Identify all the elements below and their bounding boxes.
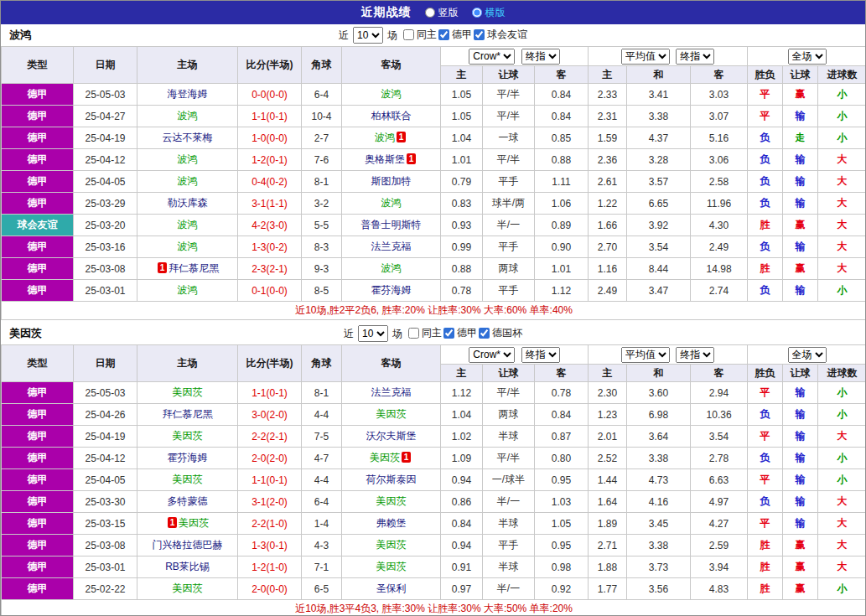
home-team-cell: 波鸿: [137, 171, 238, 193]
euro-draw-odds-cell: 3.56: [627, 578, 691, 600]
final-odds-select[interactable]: 终指: [676, 49, 714, 65]
result-wdl-cell: 负: [748, 127, 783, 149]
away-team-cell: 美因茨: [342, 556, 441, 578]
team-link[interactable]: 拜仁慕尼黑: [169, 262, 219, 274]
handicap-line-cell: 半/一: [483, 491, 535, 513]
team-link[interactable]: 美因茨: [376, 561, 407, 572]
team-link[interactable]: 美因茨: [173, 430, 203, 442]
team-link[interactable]: 普鲁士明斯特: [361, 219, 422, 230]
filter-同主[interactable]: 同主: [407, 326, 442, 340]
team-link[interactable]: 法兰克福: [371, 241, 412, 252]
team-link[interactable]: 波鸿: [178, 175, 198, 187]
filter-checkbox[interactable]: [408, 328, 419, 339]
team-link[interactable]: 美因茨: [179, 517, 209, 529]
final-odds-select[interactable]: 终指: [521, 49, 560, 65]
team-link[interactable]: 海登海姆: [168, 88, 208, 100]
away-team-cell: 沃尔夫斯堡: [342, 426, 441, 448]
home-team-cell: 霍芬海姆: [137, 448, 238, 469]
team-link[interactable]: 波鸿: [375, 132, 395, 143]
team-link[interactable]: 美因茨: [376, 495, 407, 507]
games-label: 场: [387, 28, 397, 43]
corner-cell: 4-3: [302, 535, 342, 556]
filter-label: 德国杯: [492, 326, 522, 340]
filter-checkbox[interactable]: [474, 29, 485, 40]
team-link[interactable]: 斯图加特: [371, 175, 412, 187]
team-link[interactable]: 波鸿: [178, 284, 198, 296]
handicap-line-cell: 平/半: [483, 448, 535, 469]
team-link[interactable]: 圣保利: [376, 582, 407, 594]
team-link[interactable]: 荷尔斯泰因: [366, 474, 417, 485]
date-cell: 25-03-29: [74, 193, 137, 215]
vertical-layout-radio[interactable]: [425, 8, 435, 18]
team-link[interactable]: 美因茨: [173, 386, 203, 398]
away-team-cell: 圣保利: [342, 578, 441, 600]
team-link[interactable]: 霍芬海姆: [371, 284, 412, 296]
team-link[interactable]: 波鸿: [178, 153, 198, 165]
team-link[interactable]: 美因茨: [173, 582, 203, 594]
team-link[interactable]: 波鸿: [381, 262, 402, 274]
average-odds-select[interactable]: 平均值: [621, 347, 670, 363]
final-odds-select[interactable]: 终指: [676, 347, 714, 363]
red-card-count: 1: [397, 132, 406, 142]
result-goals-cell: 大: [818, 215, 866, 236]
team-link[interactable]: 美因茨: [376, 408, 407, 420]
recent-count-select[interactable]: 10: [358, 325, 388, 342]
team-link[interactable]: 波鸿: [381, 88, 402, 100]
team-link[interactable]: 霍芬海姆: [168, 452, 208, 463]
team-link[interactable]: 波鸿: [381, 197, 402, 209]
score-cell: 1-3(0-1): [238, 535, 302, 556]
team-link[interactable]: 弗赖堡: [376, 517, 407, 529]
handicap-line-cell: 平手: [483, 280, 535, 302]
final-odds-select[interactable]: 终指: [521, 347, 560, 363]
team-link[interactable]: 美因茨: [376, 539, 407, 551]
team-link[interactable]: 奥格斯堡: [365, 153, 405, 165]
filter-checkbox[interactable]: [443, 328, 454, 339]
handicap-line-cell: 半球: [483, 556, 535, 578]
handicap-away-odds-cell: 0.92: [535, 578, 589, 600]
team-link[interactable]: 波鸿: [178, 110, 198, 122]
team-link[interactable]: 波鸿: [178, 219, 198, 230]
team-link[interactable]: 勒沃库森: [168, 197, 208, 209]
euro-home-odds-cell: 2.31: [589, 106, 627, 127]
team-link[interactable]: 波鸿: [178, 241, 198, 252]
filter-德甲[interactable]: 德甲: [442, 326, 477, 340]
col-euro-draw: 和: [627, 365, 691, 382]
team-link[interactable]: 柏林联合: [371, 110, 412, 122]
team-link[interactable]: 多特蒙德: [168, 495, 208, 507]
filter-球会友谊[interactable]: 球会友谊: [472, 28, 527, 42]
filter-德甲[interactable]: 德甲: [437, 28, 472, 42]
bookmaker-select[interactable]: Crow*: [469, 347, 515, 363]
filter-checkbox[interactable]: [479, 328, 490, 339]
full-match-select[interactable]: 全场: [788, 49, 827, 65]
team-link[interactable]: 云达不莱梅: [163, 132, 213, 143]
filter-同主[interactable]: 同主: [402, 28, 437, 42]
filter-checkbox[interactable]: [403, 29, 414, 40]
layout-vertical-option[interactable]: 竖版: [425, 6, 459, 20]
team-link[interactable]: 门兴格拉德巴赫: [153, 539, 223, 551]
filter-德国杯[interactable]: 德国杯: [477, 326, 522, 340]
team-link[interactable]: RB莱比锡: [165, 561, 210, 572]
bookmaker-select[interactable]: Crow*: [469, 49, 515, 65]
average-odds-select[interactable]: 平均值: [621, 49, 670, 65]
away-team-cell: 美因茨: [342, 535, 441, 556]
layout-horizontal-option[interactable]: 横版: [472, 6, 506, 20]
handicap-line-cell: 两球: [483, 258, 535, 280]
team-link[interactable]: 美因茨: [370, 452, 400, 463]
full-match-select[interactable]: 全场: [788, 347, 827, 363]
team-link[interactable]: 沃尔夫斯堡: [366, 430, 417, 442]
handicap-away-odds-cell: 0.84: [535, 106, 589, 127]
result-wdl-cell: 平: [748, 426, 783, 448]
col-result-goals: 进球数: [818, 365, 866, 382]
recent-count-select[interactable]: 10: [353, 27, 383, 44]
result-wdl-cell: 胜: [748, 215, 783, 236]
col-date: 日期: [74, 47, 137, 84]
col-handicap-home: 主: [441, 365, 483, 382]
match-row: 德甲 25-04-19 美因茨 2-2(2-1) 7-5 沃尔夫斯堡 1.02 …: [2, 426, 866, 448]
team-link[interactable]: 法兰克福: [371, 386, 412, 398]
handicap-away-odds-cell: 1.01: [535, 258, 589, 280]
team-link[interactable]: 美因茨: [173, 474, 203, 485]
team-link[interactable]: 拜仁慕尼黑: [163, 408, 213, 420]
handicap-line-cell: 平手: [483, 171, 535, 193]
filter-checkbox[interactable]: [438, 29, 449, 40]
horizontal-layout-radio[interactable]: [472, 8, 482, 18]
